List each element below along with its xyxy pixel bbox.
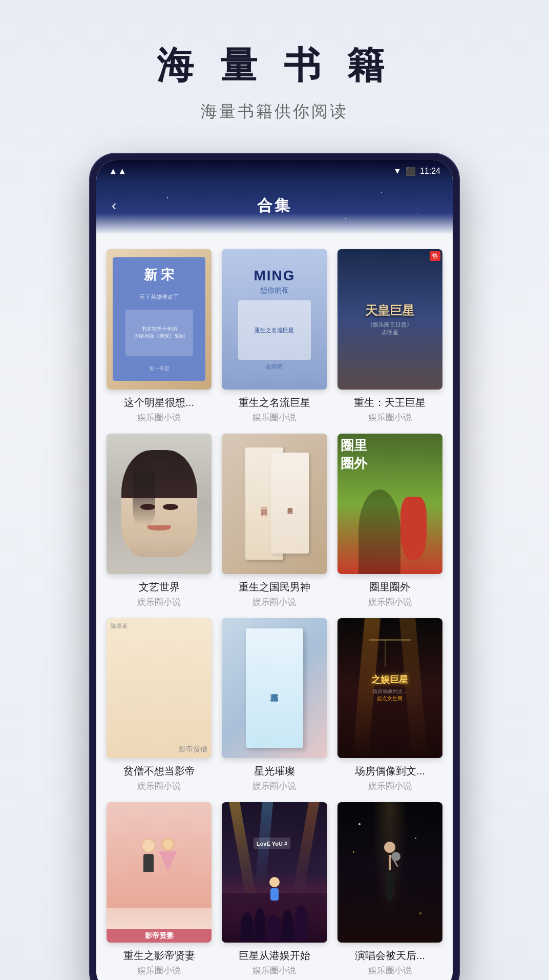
book-category: 娱乐圈小说 <box>137 596 181 608</box>
book-cover: 新 宋 天下英雄谁敌手 书友苦等十年的大结局版《新宋》驾到 兔一书盟 <box>107 249 212 390</box>
book-cover: 星光璀璨 <box>222 618 327 759</box>
status-icons: ▼ ⬛ 11:24 <box>393 167 440 176</box>
book-item[interactable]: MING 想你的夜 重生之名流巨星 志明星 重生之名流巨星 娱乐圈小说 <box>222 249 327 423</box>
book-item[interactable]: 文艺世界 娱乐圈小说 <box>107 434 212 608</box>
book-cover <box>107 434 212 574</box>
book-cover: 影帝贤妻 <box>107 802 212 943</box>
status-bar: ▲▲ ▼ ⬛ 11:24 <box>96 160 453 182</box>
book-category: 娱乐圈小说 <box>252 780 296 792</box>
book-item[interactable]: 一国男神 重生之国民男神 重生之国民男神 娱乐圈小说 <box>222 434 327 608</box>
book-title: 文艺世界 <box>139 580 180 594</box>
book-title: 重生：天王巨星 <box>354 396 426 410</box>
battery-icon: ⬛ <box>406 167 416 176</box>
time-display: 11:24 <box>420 167 440 176</box>
book-cover: 热 天皇巨星 《娱乐圈百日急》志明星 <box>337 249 442 390</box>
book-item[interactable]: 陈添著 <box>107 618 212 792</box>
book-item[interactable]: 圈里圈外 圈里圈外 娱乐圈小说 <box>337 434 442 608</box>
book-item[interactable]: 影帝贤妻 重生之影帝贤妻 娱乐圈小说 <box>107 802 212 976</box>
back-button[interactable]: ‹ <box>112 197 116 214</box>
book-title: 重生之国民男神 <box>239 580 310 594</box>
hero-subtitle: 海量书籍供你阅读 <box>201 100 348 123</box>
signal-icon: ▲▲ <box>109 166 127 177</box>
hero-title: 海 量 书 籍 <box>157 41 392 90</box>
header-title: 合集 <box>257 195 292 216</box>
app-header: ‹ 合集 <box>96 182 453 234</box>
book-grid: 新 宋 天下英雄谁敌手 书友苦等十年的大结局版《新宋》驾到 兔一书盟 这个明星很… <box>107 244 442 980</box>
book-cover: MING 想你的夜 重生之名流巨星 志明星 <box>222 249 327 390</box>
book-cover: LovE YoU # <box>222 802 327 943</box>
book-item[interactable]: 星光璀璨 星光璀璨 娱乐圈小说 <box>222 618 327 792</box>
book-category: 娱乐圈小说 <box>252 965 296 976</box>
book-title: 演唱会被天后... <box>355 949 425 963</box>
book-title: 圈里圈外 <box>369 580 410 594</box>
book-category: 娱乐圈小说 <box>368 965 412 976</box>
phone-mockup: ▲▲ ▼ ⬛ 11:24 ‹ 合集 新 宋 <box>90 154 459 980</box>
wifi-icon: ▼ <box>393 167 402 176</box>
book-title: 巨星从港娱开始 <box>239 949 310 963</box>
phone-screen: ▲▲ ▼ ⬛ 11:24 ‹ 合集 新 宋 <box>96 160 453 980</box>
book-category: 娱乐圈小说 <box>137 965 181 976</box>
book-category: 娱乐圈小说 <box>252 596 296 608</box>
book-category: 娱乐圈小说 <box>252 412 296 423</box>
book-cover: 一国男神 重生之国民男神 <box>222 434 327 574</box>
book-cover: 陈添著 <box>107 618 212 759</box>
book-item[interactable]: 演唱会被天后... 娱乐圈小说 <box>337 802 442 976</box>
book-item[interactable]: LovE YoU # 巨星从港娱开始 娱乐圈小说 <box>222 802 327 976</box>
content-area: 新 宋 天下英雄谁敌手 书友苦等十年的大结局版《新宋》驾到 兔一书盟 这个明星很… <box>96 234 453 980</box>
book-item[interactable]: 热 天皇巨星 《娱乐圈百日急》志明星 重生：天王巨星 娱乐圈小说 <box>337 249 442 423</box>
book-title: 贫僧不想当影帝 <box>123 764 195 778</box>
book-category: 娱乐圈小说 <box>137 780 181 792</box>
book-category: 娱乐圈小说 <box>368 412 412 423</box>
book-title: 重生之名流巨星 <box>239 396 310 410</box>
book-title: 场房偶像到文... <box>355 764 425 778</box>
book-cover <box>337 802 442 943</box>
book-cover: 圈里圈外 <box>337 434 442 574</box>
book-title: 这个明星很想... <box>124 396 194 410</box>
book-category: 娱乐圈小说 <box>137 412 181 423</box>
book-category: 娱乐圈小说 <box>368 780 412 792</box>
book-cover: 之娱巨星 场房偶像到文... 起点女生网 <box>337 618 442 759</box>
book-category: 娱乐圈小说 <box>368 596 412 608</box>
book-item[interactable]: 新 宋 天下英雄谁敌手 书友苦等十年的大结局版《新宋》驾到 兔一书盟 这个明星很… <box>107 249 212 423</box>
book-title: 星光璀璨 <box>254 764 295 778</box>
book-item[interactable]: 之娱巨星 场房偶像到文... 起点女生网 场房偶像到文... 娱乐圈小说 <box>337 618 442 792</box>
book-title: 重生之影帝贤妻 <box>123 949 195 963</box>
